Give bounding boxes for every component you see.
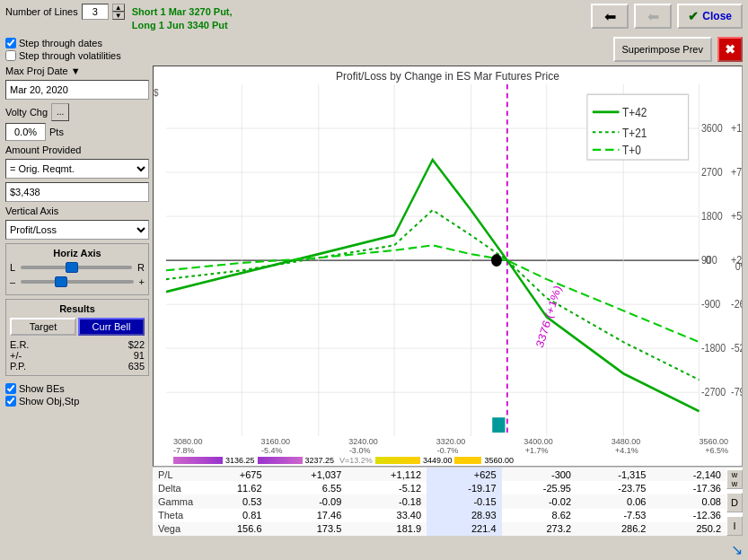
horiz-l: L — [10, 262, 15, 273]
right-buttons: ww D I — [726, 468, 743, 536]
chart-area: Profit/Loss by Change in ES Mar Futures … — [153, 66, 743, 467]
volty-chg-group: Volty Chg ... Pts — [5, 103, 149, 141]
svg-text:-1800: -1800 — [701, 341, 726, 354]
svg-text:-52%: -52% — [731, 341, 742, 354]
pp-label: P.P. — [10, 361, 26, 372]
horiz-minus: – — [10, 276, 15, 287]
pct-axis-labels: -7.8%-5.4%-3.0%-0.7%+1.7%+4.1%+6.5% — [154, 446, 742, 455]
svg-text:-26%: -26% — [731, 297, 742, 310]
max-proj-date-label: Max Proj Date ▼ — [5, 66, 149, 76]
horiz-plus: + — [139, 276, 145, 287]
pp-value: 635 — [128, 361, 145, 372]
chart-container: Profit/Loss by Change in ES Mar Futures … — [153, 66, 743, 536]
results-title: Results — [10, 303, 145, 314]
svg-rect-34 — [492, 417, 505, 433]
plus-minus-label: +/- — [10, 350, 22, 361]
dots-button[interactable]: ... — [51, 103, 69, 121]
forward-button[interactable]: ⬅ — [634, 4, 672, 29]
left-panel: Max Proj Date ▼ Volty Chg ... Pts Amount… — [5, 66, 149, 536]
svg-text:+52%: +52% — [731, 209, 742, 222]
svg-text:-900: -900 — [701, 297, 721, 310]
step-dates-checkbox[interactable]: Step through dates — [5, 38, 121, 48]
svg-text:T+42: T+42 — [622, 105, 647, 119]
color-bar-row: 3136.25 3237.25 V=13.2% 3449.00 3560.00 — [154, 455, 742, 466]
horiz-r: R — [137, 262, 145, 273]
close-button[interactable]: ✔ Close — [677, 4, 743, 29]
num-lines-label: Number of Lines — [5, 6, 78, 17]
results-group: Results Target Curr Bell E.R. $22 +/- 91 — [5, 299, 149, 376]
data-table: P/L +675 +1,037 +1,112 +625 -300 -1,315 … — [153, 468, 726, 536]
curr-bell-button[interactable]: Curr Bell — [78, 318, 145, 336]
step-vol-checkbox[interactable]: Step through volatilities — [5, 50, 121, 61]
target-button[interactable]: Target — [10, 318, 76, 336]
svg-text:0: 0 — [706, 253, 711, 266]
table-row: Delta 11.62 6.55 -5.12 -19.17 -25.95 -23… — [153, 481, 726, 494]
theta-label: Theta — [153, 509, 198, 522]
svg-text:T+0: T+0 — [622, 143, 641, 157]
chart-title: Profit/Loss by Change in ES Mar Futures … — [154, 66, 742, 84]
num-lines-group: Number of Lines ▲ ▼ — [5, 4, 125, 20]
i-button[interactable]: I — [726, 516, 743, 536]
table-row: Vega 156.6 173.5 181.9 221.4 273.2 286.2… — [153, 522, 726, 536]
spinner-up[interactable]: ▲ — [112, 4, 125, 12]
amount-value-input[interactable] — [5, 182, 149, 202]
horiz-axis-title: Horiz Axis — [10, 248, 145, 258]
superimpose-button[interactable]: Superimpose Prev — [613, 37, 713, 62]
chart-svg: 3376 (+1%) 3600 2700 1800 900 0 -900 -18… — [166, 84, 742, 436]
svg-text:T+21: T+21 — [622, 126, 647, 140]
bottom-bar: ↘ — [0, 539, 748, 560]
svg-text:+110%: +110% — [731, 121, 742, 134]
svg-text:1800: 1800 — [701, 209, 723, 222]
volty-chg-input[interactable] — [5, 123, 46, 141]
pl-label: P/L — [153, 468, 198, 481]
checkbox-group: Step through dates Step through volatili… — [5, 38, 121, 61]
amount-select[interactable]: = Orig. Reqmt. — [5, 159, 149, 179]
ww-button[interactable]: ww — [726, 469, 743, 489]
show-obj-stp-checkbox[interactable]: Show Obj,Stp — [5, 396, 149, 407]
svg-point-16 — [491, 254, 502, 267]
plus-minus-value: 91 — [134, 350, 145, 361]
max-proj-date-input[interactable] — [5, 80, 149, 100]
vega-label: Vega — [153, 522, 198, 536]
gamma-label: Gamma — [153, 494, 198, 508]
horiz-pm-slider[interactable] — [55, 276, 67, 287]
bottom-arrow: ↘ — [731, 541, 743, 558]
strategy-text: Short 1 Mar 3270 Put, Long 1 Jun 3340 Pu… — [132, 4, 312, 33]
table-row: Theta 0.81 17.46 33.40 28.93 8.62 -7.53 … — [153, 509, 726, 522]
svg-text:-2700: -2700 — [701, 385, 726, 398]
checkmark-icon: ✔ — [688, 9, 699, 23]
data-table-area: P/L +675 +1,037 +1,112 +625 -300 -1,315 … — [153, 467, 743, 536]
amount-label: Amount Provided — [5, 144, 149, 155]
bottom-checkboxes: Show BEs Show Obj,Stp — [5, 383, 149, 407]
svg-text:-79%: -79% — [731, 385, 742, 398]
er-label: E.R. — [10, 339, 29, 350]
er-value: $22 — [128, 339, 145, 350]
svg-text:3600: 3600 — [701, 121, 723, 134]
x-axis-labels: 3080.003160.003240.003320.003400.003480.… — [154, 436, 742, 446]
volty-chg-label: Volty Chg — [5, 107, 48, 118]
num-lines-input[interactable] — [82, 4, 109, 20]
num-lines-spinner: ▲ ▼ — [112, 4, 125, 20]
delta-label: Delta — [153, 481, 198, 494]
y-axis-label: $ — [154, 84, 166, 436]
table-row: P/L +675 +1,037 +1,112 +625 -300 -1,315 … — [153, 468, 726, 481]
spinner-down[interactable]: ▼ — [112, 12, 125, 20]
horiz-lr-slider[interactable] — [66, 262, 78, 273]
svg-text:0%: 0% — [735, 259, 742, 272]
vert-axis-label: Vertical Axis — [5, 206, 149, 216]
table-row: Gamma 0.53 -0.09 -0.18 -0.15 -0.02 0.06 … — [153, 494, 726, 508]
horiz-axis-group: Horiz Axis L R – + — [5, 243, 149, 295]
top-right-buttons: ⬅ ⬅ ✔ Close — [591, 4, 743, 29]
show-bes-checkbox[interactable]: Show BEs — [5, 383, 149, 394]
svg-text:2700: 2700 — [701, 165, 723, 178]
vert-axis-select[interactable]: Profit/Loss — [5, 220, 149, 240]
pts-label: Pts — [49, 127, 64, 137]
svg-text:+79%: +79% — [731, 165, 742, 178]
x-button[interactable]: ✖ — [717, 37, 743, 62]
d-button[interactable]: D — [726, 493, 743, 512]
back-button[interactable]: ⬅ — [591, 4, 629, 29]
